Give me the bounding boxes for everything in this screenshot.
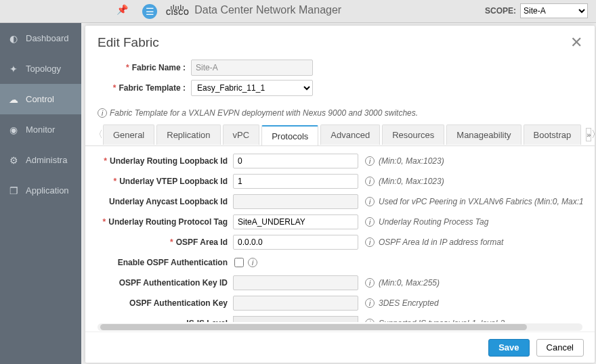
field-label: Underlay VTEP Loopback Id <box>119 177 228 186</box>
app-title: Data Center Network Manager <box>194 4 341 16</box>
tab-scroll-left-icon[interactable]: 〈 <box>93 129 103 141</box>
tab-scroll-right-icon[interactable]: 〉 <box>591 129 596 141</box>
save-button[interactable]: Save <box>488 339 529 357</box>
fabric-name-input <box>191 60 313 76</box>
tab-advanced[interactable]: Advanced <box>320 124 380 145</box>
field-hint: (Min:0, Max:1023) <box>379 177 444 186</box>
protocols-form: *Underlay Routing Loopback Id i(Min:0, M… <box>85 146 595 332</box>
modal-footer: Save Cancel <box>85 332 595 363</box>
info-icon[interactable]: i <box>365 319 375 322</box>
modal-title: Edit Fabric <box>98 35 159 50</box>
field-hint: Supported IS types: level-1, level-2 <box>379 319 505 322</box>
isis-level-select: ▼ <box>233 316 358 322</box>
cisco-logo: ılıılıCISCO <box>166 5 189 14</box>
horizontal-scrollbar[interactable] <box>98 323 582 331</box>
info-icon[interactable]: i <box>365 177 375 186</box>
info-icon[interactable]: i <box>365 156 375 166</box>
tab-bootstrap[interactable]: Bootstrap <box>524 124 582 145</box>
field-hint: (Min:0, Max:255) <box>379 278 440 288</box>
info-icon[interactable]: i <box>365 217 375 227</box>
tab-protocols[interactable]: Protocols <box>261 125 318 145</box>
fabric-template-select[interactable]: Easy_Fabric_11_1 <box>191 80 313 96</box>
underlay-routing-protocol-tag-input[interactable] <box>233 214 358 229</box>
underlay-vtep-loopback-id-input[interactable] <box>233 174 358 189</box>
fabric-template-label: Fabric Template : <box>119 83 186 93</box>
tab-replication[interactable]: Replication <box>156 124 220 145</box>
brand: ılıılıCISCO Data Center Network Manager <box>166 4 341 16</box>
ospf-auth-key-id-input <box>233 275 358 290</box>
field-hint: OSPF Area Id in IP address format <box>379 237 503 247</box>
fabric-header-form: *Fabric Name : *Fabric Template : Easy_F… <box>85 54 595 107</box>
underlay-routing-loopback-id-input[interactable] <box>233 154 358 168</box>
field-label: OSPF Authentication Key <box>129 298 228 308</box>
ospf-auth-key-input <box>233 296 358 311</box>
field-label: Underlay Routing Protocol Tag <box>108 217 228 227</box>
field-label: OSPF Authentication Key ID <box>119 278 228 288</box>
tab-overflow-button[interactable]: » <box>586 128 591 141</box>
info-icon[interactable]: i <box>365 237 375 247</box>
info-icon[interactable]: i <box>365 298 375 308</box>
field-label: Underlay Routing Loopback Id <box>110 156 228 166</box>
info-icon[interactable]: i <box>365 278 375 288</box>
app-topbar: 📌 ☰ ılıılıCISCO Data Center Network Mana… <box>0 0 596 23</box>
field-hint: Used for vPC Peering in VXLANv6 Fabrics … <box>379 197 582 206</box>
field-label: Enable OSPF Authentication <box>118 258 228 267</box>
tab-manageability[interactable]: Manageability <box>446 124 521 145</box>
underlay-anycast-loopback-id-input <box>233 194 358 209</box>
info-icon[interactable]: i <box>365 197 375 206</box>
field-label: Underlay Anycast Loopback Id <box>109 197 228 206</box>
tab-resources[interactable]: Resources <box>382 124 444 145</box>
template-hint: Fabric Template for a VXLAN EVPN deploym… <box>110 108 418 118</box>
tab-bar: 〈 General Replication vPC Protocols Adva… <box>85 123 595 146</box>
scope-label: SCOPE: <box>485 6 516 16</box>
close-icon[interactable]: ✕ <box>570 35 582 50</box>
info-icon[interactable]: i <box>248 258 257 267</box>
tab-vpc[interactable]: vPC <box>223 124 260 145</box>
edit-fabric-modal: Edit Fabric ✕ *Fabric Name : *Fabric Tem… <box>85 26 595 363</box>
field-label: OSPF Area Id <box>176 237 228 247</box>
cancel-button[interactable]: Cancel <box>536 339 584 357</box>
ospf-area-id-input[interactable] <box>233 235 358 250</box>
fabric-name-label: Fabric Name : <box>132 63 186 72</box>
field-hint: 3DES Encrypted <box>379 298 439 308</box>
field-label: IS-IS Level <box>186 319 228 322</box>
field-hint: Underlay Routing Process Tag <box>379 217 488 227</box>
field-hint: (Min:0, Max:1023) <box>379 156 444 166</box>
info-icon: i <box>98 108 107 118</box>
menu-toggle-button[interactable]: ☰ <box>142 4 157 19</box>
pin-icon[interactable]: 📌 <box>116 4 128 15</box>
enable-ospf-auth-checkbox[interactable] <box>234 258 244 267</box>
tab-general[interactable]: General <box>103 124 154 145</box>
scope-dropdown[interactable]: Site-A <box>520 3 588 18</box>
scope-selector: SCOPE: Site-A <box>485 3 588 18</box>
